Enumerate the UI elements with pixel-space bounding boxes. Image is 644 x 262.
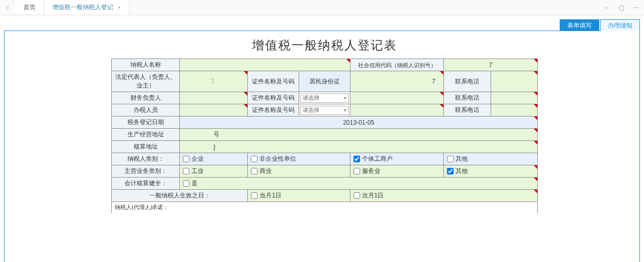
chk-industry[interactable] [183, 168, 189, 174]
field-cert-type-2-cell: 请选择 ▾ [299, 92, 350, 104]
chk-other-biz-cell: 其他 [444, 165, 538, 178]
chk-enterprise[interactable] [183, 156, 189, 162]
field-taxpayer-name[interactable] [180, 59, 350, 71]
label-credit-code: 社会信用代码（纳税人识别号） [350, 59, 444, 71]
label-legal-rep: 法定代表人（负责人、业主） [112, 71, 180, 92]
label-accounting-sound: 会计核算健全： [112, 178, 180, 190]
window-controls: ▢ ⋯ [614, 0, 644, 15]
field-cert-no-1[interactable]: 7 [350, 71, 444, 92]
field-reg-date: 2013-01-05 [180, 117, 538, 129]
field-phone-2[interactable] [491, 92, 537, 104]
maximize-icon[interactable]: ▢ [614, 4, 629, 11]
more-icon[interactable]: ⋯ [629, 4, 644, 11]
tab-form-fill[interactable]: 表单填写 [560, 19, 599, 31]
label-cert-2: 证件名称及号码 [248, 92, 299, 104]
chk-service-cell: 服务业 [350, 165, 444, 178]
chk-individual-cell: 个体工商户 [350, 153, 444, 165]
chk-other-type[interactable] [447, 156, 454, 162]
chk-enterprise-cell: 企业 [180, 153, 248, 165]
field-biz-address[interactable]: 号 [180, 129, 538, 141]
window-tabbar: « 首页 增值税一般纳税人登记 × » ▢ ⋯ [0, 0, 644, 15]
chk-commerce-cell: 商业 [248, 165, 350, 178]
tabs-scroll-left[interactable]: « [0, 0, 15, 15]
field-operator[interactable] [180, 104, 248, 117]
chk-next-month[interactable] [353, 192, 360, 199]
field-phone-1[interactable] [491, 71, 537, 92]
tabs-scroll-right[interactable]: » [598, 0, 614, 15]
action-tabs: 表单填写 办理须知 [559, 19, 640, 31]
field-cert-type-3-cell: 请选择 ▾ [299, 104, 350, 117]
field-cert-no-2[interactable] [350, 92, 444, 104]
chk-accounting-yes[interactable] [183, 180, 189, 187]
chk-commerce[interactable] [251, 168, 257, 174]
label-main-biz: 主营业务类别： [112, 165, 180, 178]
label-cert-3: 证件名称及号码 [248, 104, 299, 117]
label-phone-1: 联系电话 [444, 71, 491, 92]
select-cert-type-2[interactable]: 请选择 ▾ [300, 94, 349, 103]
label-promise: 纳税人(代理人)承诺： [112, 202, 538, 213]
tab-registration[interactable]: 增值税一般纳税人登记 × [44, 0, 130, 15]
field-phone-3[interactable] [491, 104, 537, 117]
field-calc-address[interactable]: } [180, 141, 538, 153]
tab-home[interactable]: 首页 [15, 0, 44, 15]
chk-individual[interactable] [353, 156, 360, 162]
tabs-container: 首页 增值税一般纳税人登记 × [15, 0, 598, 15]
chk-non-enterprise[interactable] [251, 156, 257, 162]
chk-next-month-cell: 次月1日 [350, 190, 537, 202]
tab-home-label: 首页 [23, 3, 36, 12]
label-calc-address: 核算地址 [112, 141, 180, 153]
form-scroll-area[interactable]: 增值税一般纳税人登记表 纳税人名称 社会信用代码（纳税人识别号） 7 法定代表人… [5, 31, 639, 262]
field-legal-rep[interactable]: 〕 [180, 71, 248, 92]
chevron-down-icon: ▾ [344, 95, 346, 101]
label-effective-date: 一般纳税人生效之日： [112, 190, 248, 202]
close-icon[interactable]: × [117, 4, 121, 11]
select-cert-type-3[interactable]: 请选择 ▾ [300, 106, 349, 115]
label-operator: 办税人员 [112, 104, 180, 117]
chk-current-month-cell: 当月1日 [248, 190, 350, 202]
chk-current-month[interactable] [251, 192, 257, 199]
label-phone-3: 联系电话 [444, 104, 491, 117]
registration-form-table: 纳税人名称 社会信用代码（纳税人识别号） 7 法定代表人（负责人、业主） 〕 证… [111, 59, 538, 213]
label-cert-1: 证件名称及号码 [248, 71, 299, 92]
field-credit-code[interactable]: 7 [444, 59, 538, 71]
label-phone-2: 联系电话 [444, 92, 491, 104]
label-biz-address: 生产经营地址 [112, 129, 180, 141]
label-taxpayer-name: 纳税人名称 [112, 59, 180, 71]
chk-industry-cell: 工业 [180, 165, 248, 178]
form-title: 增值税一般纳税人登记表 [111, 31, 538, 59]
label-finance-head: 财务负责人 [112, 92, 180, 104]
label-reg-date: 税务登记日期 [112, 117, 180, 129]
field-cert-type-1: 居民身份证 [299, 71, 350, 92]
label-taxpayer-type: 纳税人类别： [112, 153, 180, 165]
field-finance-head[interactable] [180, 92, 248, 104]
form-panel: 表单填写 办理须知 增值税一般纳税人登记表 纳税人名称 社会信用代码（纳税人识别… [4, 31, 640, 262]
field-cert-no-3[interactable] [350, 104, 444, 117]
chk-service[interactable] [353, 168, 360, 174]
chk-other-biz[interactable] [447, 168, 454, 174]
tab-notice[interactable]: 办理须知 [600, 19, 640, 31]
chk-non-enterprise-cell: 非企业性单位 [248, 153, 350, 165]
chk-other-type-cell: 其他 [444, 153, 538, 165]
chk-accounting-yes-cell: 是 [180, 178, 538, 190]
chevron-down-icon: ▾ [344, 107, 346, 113]
tab-registration-label: 增值税一般纳税人登记 [52, 3, 113, 12]
